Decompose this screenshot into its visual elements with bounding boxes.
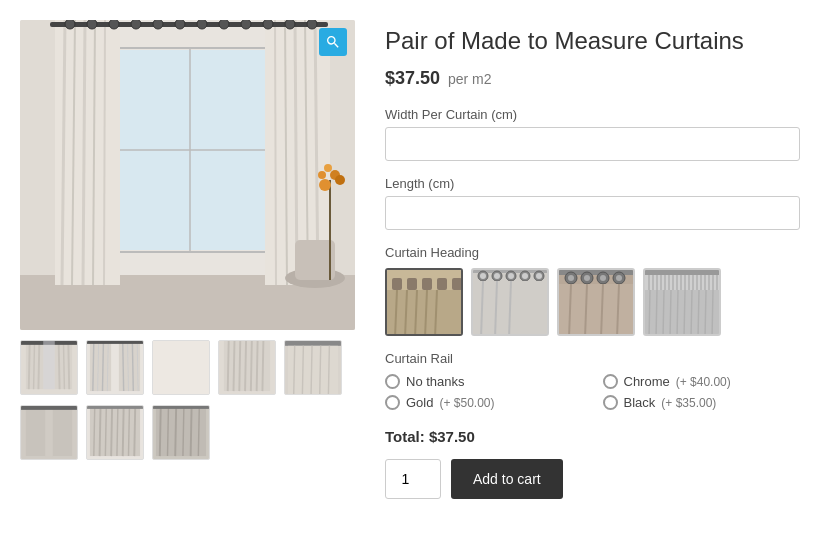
svg-line-77 <box>294 346 295 394</box>
svg-rect-76 <box>288 346 338 394</box>
svg-point-30 <box>285 20 295 29</box>
zoom-button[interactable] <box>319 28 347 56</box>
svg-rect-64 <box>153 341 209 394</box>
magnify-icon <box>325 34 341 50</box>
heading-option-pencil-pleat[interactable] <box>643 268 721 336</box>
svg-line-94 <box>128 406 129 456</box>
svg-line-103 <box>191 406 192 456</box>
svg-line-48 <box>68 341 69 389</box>
svg-point-28 <box>241 20 251 29</box>
total-value: $37.50 <box>429 428 475 445</box>
svg-rect-111 <box>452 278 462 290</box>
price-row: $37.50 per m2 <box>385 68 800 89</box>
cart-row: Add to cart <box>385 459 800 499</box>
radio-chrome[interactable] <box>603 374 618 389</box>
svg-line-58 <box>123 341 124 391</box>
curtain-heading-section: Curtain Heading <box>385 245 800 336</box>
heading-option-grommet[interactable] <box>557 268 635 336</box>
heading-option-eyelet[interactable] <box>471 268 549 336</box>
svg-line-178 <box>698 290 699 336</box>
svg-rect-107 <box>392 278 402 290</box>
thumbnail-5[interactable] <box>284 340 342 395</box>
radio-no-thanks[interactable] <box>385 374 400 389</box>
svg-line-14 <box>275 20 276 285</box>
svg-point-26 <box>197 20 207 29</box>
rail-label-black: Black <box>624 395 656 410</box>
svg-line-79 <box>311 346 312 394</box>
length-input[interactable] <box>385 196 800 230</box>
heading-option-tab-top[interactable] <box>385 268 463 336</box>
svg-point-129 <box>536 273 542 279</box>
heading-options <box>385 268 800 336</box>
thumbnail-6[interactable] <box>20 405 78 460</box>
svg-line-80 <box>320 346 321 394</box>
svg-line-67 <box>228 341 229 391</box>
svg-line-91 <box>111 406 112 456</box>
svg-point-21 <box>87 20 97 29</box>
length-form-section: Length (cm) <box>385 176 800 230</box>
quantity-input[interactable] <box>385 459 441 499</box>
svg-rect-108 <box>407 278 417 290</box>
svg-rect-85 <box>21 406 77 410</box>
thumbnail-4[interactable] <box>218 340 276 395</box>
svg-point-121 <box>480 273 486 279</box>
thumbnail-1[interactable] <box>20 340 78 395</box>
thumbnail-3[interactable] <box>152 340 210 395</box>
rail-option-no-thanks[interactable]: No thanks <box>385 374 583 389</box>
svg-rect-96 <box>87 406 143 409</box>
svg-line-72 <box>257 341 258 391</box>
svg-line-171 <box>649 290 650 336</box>
svg-point-38 <box>335 175 345 185</box>
add-to-cart-button[interactable]: Add to cart <box>451 459 563 499</box>
svg-line-68 <box>234 341 235 391</box>
svg-point-125 <box>508 273 514 279</box>
svg-line-78 <box>302 346 303 394</box>
rail-price-chrome: (+ $40.00) <box>676 375 731 389</box>
svg-rect-105 <box>153 406 209 409</box>
rail-label-gold: Gold <box>406 395 433 410</box>
svg-point-139 <box>584 275 590 281</box>
svg-line-55 <box>102 341 103 391</box>
curtain-rail-section: Curtain Rail No thanks Chrome (+ $40.00)… <box>385 351 800 410</box>
svg-rect-109 <box>422 278 432 290</box>
svg-point-31 <box>307 20 317 29</box>
curtain-heading-label: Curtain Heading <box>385 245 800 260</box>
svg-line-10 <box>83 20 85 285</box>
svg-rect-84 <box>53 406 72 456</box>
svg-point-141 <box>600 275 606 281</box>
svg-line-175 <box>677 290 678 336</box>
svg-point-27 <box>219 20 229 29</box>
thumbnail-8[interactable] <box>152 405 210 460</box>
curtain-main-svg <box>20 20 355 330</box>
width-input[interactable] <box>385 127 800 161</box>
svg-line-104 <box>198 406 199 456</box>
thumbnail-2[interactable] <box>86 340 144 395</box>
radio-gold[interactable] <box>385 395 400 410</box>
rail-option-black[interactable]: Black (+ $35.00) <box>603 395 801 410</box>
svg-line-42 <box>29 341 30 389</box>
svg-rect-87 <box>90 406 140 456</box>
svg-line-47 <box>63 341 64 389</box>
length-label: Length (cm) <box>385 176 800 191</box>
svg-line-177 <box>691 290 692 336</box>
rail-price-gold: (+ $50.00) <box>439 396 494 410</box>
svg-point-22 <box>109 20 119 29</box>
svg-point-29 <box>263 20 273 29</box>
svg-rect-110 <box>437 278 447 290</box>
svg-point-37 <box>324 164 332 172</box>
price-unit: per m2 <box>448 71 492 87</box>
radio-black[interactable] <box>603 395 618 410</box>
thumbnail-7[interactable] <box>86 405 144 460</box>
rail-option-chrome[interactable]: Chrome (+ $40.00) <box>603 374 801 389</box>
svg-point-137 <box>568 275 574 281</box>
svg-line-44 <box>38 341 39 389</box>
rail-price-black: (+ $35.00) <box>661 396 716 410</box>
svg-line-95 <box>134 406 135 456</box>
rail-options: No thanks Chrome (+ $40.00) Gold (+ $50.… <box>385 374 800 410</box>
rail-option-gold[interactable]: Gold (+ $50.00) <box>385 395 583 410</box>
svg-line-101 <box>175 406 176 456</box>
svg-rect-75 <box>285 341 341 346</box>
svg-point-127 <box>522 273 528 279</box>
width-label: Width Per Curtain (cm) <box>385 107 800 122</box>
price-amount: $37.50 <box>385 68 440 88</box>
